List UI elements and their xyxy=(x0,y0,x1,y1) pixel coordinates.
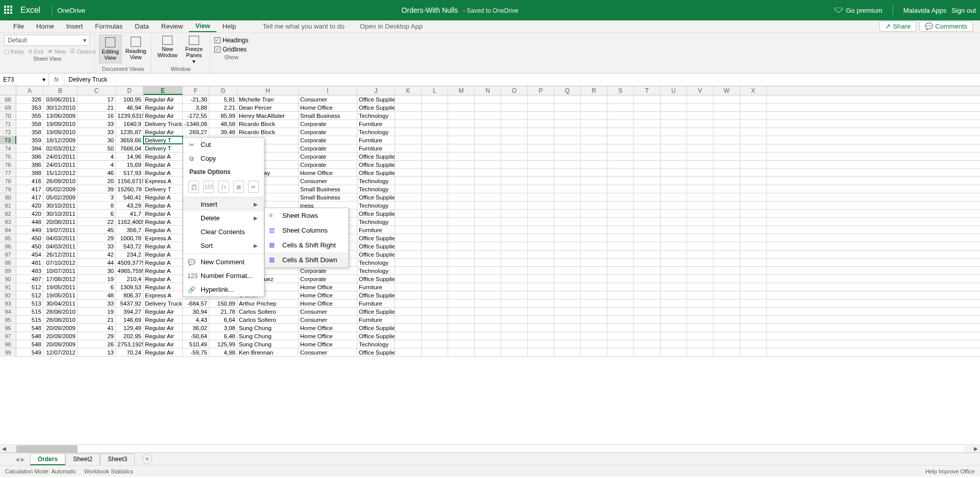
row-header-95[interactable]: 95 xyxy=(0,316,16,323)
cell-T81[interactable] xyxy=(634,202,660,209)
cell-R89[interactable] xyxy=(581,267,607,274)
column-header-A[interactable]: A xyxy=(16,86,43,95)
cell-X83[interactable] xyxy=(740,218,767,225)
cell-W79[interactable] xyxy=(714,185,740,193)
row-header-82[interactable]: 82 xyxy=(0,210,16,217)
cell-S84[interactable] xyxy=(607,226,634,234)
options-button[interactable]: ☰ Options xyxy=(70,48,96,55)
row-header-72[interactable]: 72 xyxy=(0,128,16,136)
cell-J86[interactable]: Office Supplies xyxy=(357,242,395,250)
cell-O75[interactable] xyxy=(501,153,528,160)
cell-P83[interactable] xyxy=(528,218,554,225)
cell-A70[interactable]: 355 xyxy=(16,112,43,119)
cell-W82[interactable] xyxy=(714,210,740,217)
cell-L91[interactable] xyxy=(422,283,448,291)
cell-V68[interactable] xyxy=(687,95,714,103)
cell-A84[interactable]: 449 xyxy=(16,226,43,234)
cell-A79[interactable]: 417 xyxy=(16,185,43,193)
cell-V72[interactable] xyxy=(687,128,714,136)
cell-Q83[interactable] xyxy=(554,218,581,225)
cell-E84[interactable]: Regular A xyxy=(143,226,183,234)
cell-C75[interactable]: 4 xyxy=(78,153,116,160)
reading-view-button[interactable]: Reading View xyxy=(125,35,147,62)
cell-U83[interactable] xyxy=(660,218,687,225)
cell-O90[interactable] xyxy=(501,275,528,283)
cell-G97[interactable]: 6,48 xyxy=(209,332,237,340)
comments-button[interactable]: 💬Comments xyxy=(919,21,973,32)
cell-D97[interactable]: 202,95 xyxy=(116,332,143,340)
cell-B98[interactable]: 20/09/2009 xyxy=(43,340,78,348)
cell-X74[interactable] xyxy=(740,144,767,152)
cell-K74[interactable] xyxy=(395,144,422,152)
column-header-B[interactable]: B xyxy=(43,86,78,95)
cell-P93[interactable] xyxy=(528,299,554,307)
cell-P72[interactable] xyxy=(528,128,554,136)
cell-H70[interactable]: Henry MacAllister xyxy=(237,112,299,119)
cell-J76[interactable]: Office Supplies xyxy=(357,161,395,168)
cell-F71[interactable]: -1348,06 xyxy=(183,120,209,128)
cell-U96[interactable] xyxy=(660,324,687,332)
cell-X86[interactable] xyxy=(740,242,767,250)
cell-G94[interactable]: 21,78 xyxy=(209,308,237,315)
cell-I69[interactable]: Home Office xyxy=(299,104,357,111)
cell-V95[interactable] xyxy=(687,316,714,323)
cell-D81[interactable]: 43,29 xyxy=(116,202,143,209)
cell-R98[interactable] xyxy=(581,340,607,348)
cell-M68[interactable] xyxy=(448,95,475,103)
cell-R78[interactable] xyxy=(581,177,607,185)
cell-X69[interactable] xyxy=(740,104,767,111)
cell-C96[interactable]: 41 xyxy=(78,324,116,332)
cell-M98[interactable] xyxy=(448,340,475,348)
cell-F93[interactable]: -684,57 xyxy=(183,299,209,307)
cell-O92[interactable] xyxy=(501,291,528,299)
clear-contents-menu-item[interactable]: Clear Contents xyxy=(183,225,264,239)
cell-T74[interactable] xyxy=(634,144,660,152)
cell-D79[interactable]: 15260,78 xyxy=(116,185,143,193)
scroll-left-arrow[interactable]: ◀ xyxy=(0,446,8,451)
cell-T82[interactable] xyxy=(634,210,660,217)
cell-J93[interactable]: Furniture xyxy=(357,299,395,307)
cell-N75[interactable] xyxy=(475,153,501,160)
cell-E99[interactable]: Regular Air xyxy=(143,348,183,356)
cell-U71[interactable] xyxy=(660,120,687,128)
cell-O68[interactable] xyxy=(501,95,528,103)
cell-K96[interactable] xyxy=(395,324,422,332)
cell-S80[interactable] xyxy=(607,193,634,201)
cell-E78[interactable]: Express A xyxy=(143,177,183,185)
cell-T70[interactable] xyxy=(634,112,660,119)
cell-M80[interactable] xyxy=(448,193,475,201)
cell-W74[interactable] xyxy=(714,144,740,152)
cell-X81[interactable] xyxy=(740,202,767,209)
cell-J80[interactable]: Office Supplies xyxy=(357,193,395,201)
cell-V94[interactable] xyxy=(687,308,714,315)
cell-L81[interactable] xyxy=(422,202,448,209)
sign-out-link[interactable]: Sign out xyxy=(951,7,976,14)
cell-U93[interactable] xyxy=(660,299,687,307)
cell-G72[interactable]: 39,48 xyxy=(209,128,237,136)
row-header-77[interactable]: 77 xyxy=(0,169,16,177)
cell-Q77[interactable] xyxy=(554,169,581,177)
cell-A82[interactable]: 420 xyxy=(16,210,43,217)
cell-W72[interactable] xyxy=(714,128,740,136)
cell-D83[interactable]: 1162,4005 xyxy=(116,218,143,225)
select-all-corner[interactable] xyxy=(0,86,16,95)
cell-T83[interactable] xyxy=(634,218,660,225)
cell-X79[interactable] xyxy=(740,185,767,193)
cell-C86[interactable]: 33 xyxy=(78,242,116,250)
cell-P82[interactable] xyxy=(528,210,554,217)
cell-T73[interactable] xyxy=(634,136,660,144)
cell-K94[interactable] xyxy=(395,308,422,315)
cell-B71[interactable]: 19/09/2010 xyxy=(43,120,78,128)
cell-N94[interactable] xyxy=(475,308,501,315)
cell-U97[interactable] xyxy=(660,332,687,340)
cell-V79[interactable] xyxy=(687,185,714,193)
cell-P75[interactable] xyxy=(528,153,554,160)
cell-X72[interactable] xyxy=(740,128,767,136)
cell-O97[interactable] xyxy=(501,332,528,340)
cell-N80[interactable] xyxy=(475,193,501,201)
row-header-78[interactable]: 78 xyxy=(0,177,16,185)
cell-M92[interactable] xyxy=(448,291,475,299)
cell-O95[interactable] xyxy=(501,316,528,323)
cell-K97[interactable] xyxy=(395,332,422,340)
cell-V91[interactable] xyxy=(687,283,714,291)
